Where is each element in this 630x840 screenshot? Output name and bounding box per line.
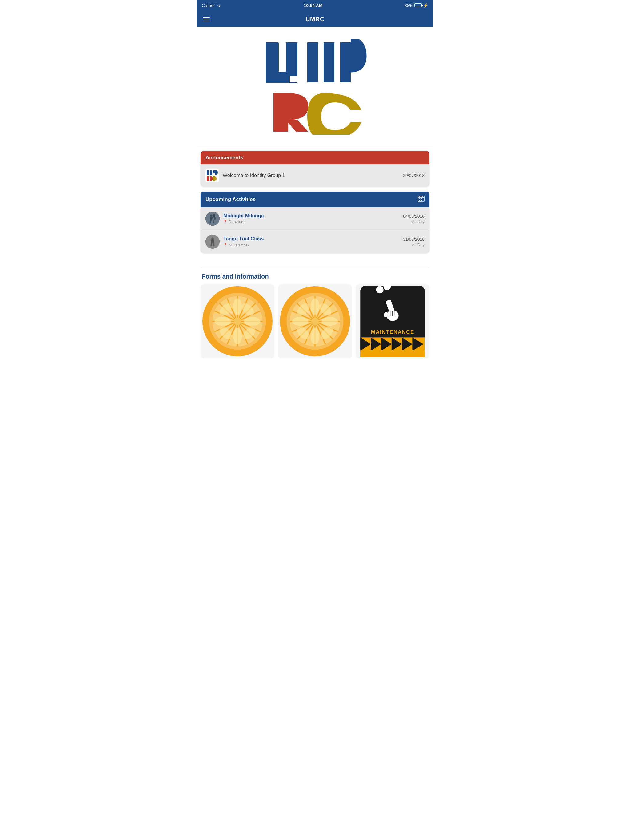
- announcement-left: Welcome to Identity Group 1: [206, 169, 285, 182]
- activity-left-2: Tango Trial Class 📍 Studio A&B: [206, 235, 264, 249]
- battery-icon: [414, 3, 422, 8]
- svg-rect-33: [421, 200, 422, 201]
- form-card-2[interactable]: [278, 284, 352, 358]
- announcement-item[interactable]: Welcome to Identity Group 1 29/07/2018: [201, 164, 429, 186]
- activity-title-1: Midnight Milonga: [223, 213, 264, 219]
- svg-point-38: [211, 238, 214, 240]
- activities-section: Upcoming Activities: [201, 191, 429, 253]
- activity-title-2: Tango Trial Class: [223, 236, 264, 242]
- form-card-1[interactable]: [201, 284, 274, 358]
- svg-rect-31: [421, 198, 422, 199]
- charging-icon: ⚡: [423, 3, 428, 8]
- svg-point-52: [233, 328, 242, 344]
- activity-item-2[interactable]: Tango Trial Class 📍 Studio A&B 31/08/201…: [201, 230, 429, 253]
- activity-time-2: All Day: [403, 242, 424, 247]
- status-left: Carrier: [202, 3, 222, 8]
- activities-header: Upcoming Activities: [201, 191, 429, 207]
- hamburger-menu[interactable]: [202, 16, 211, 22]
- svg-rect-23: [207, 176, 209, 181]
- location-pin-icon-2: 📍: [223, 243, 228, 247]
- svg-rect-15: [290, 76, 298, 82]
- activity-info-2: Tango Trial Class 📍 Studio A&B: [223, 236, 264, 247]
- activity-date-1: 04/08/2018: [403, 214, 424, 219]
- svg-point-74: [292, 317, 309, 326]
- svg-point-50: [233, 298, 242, 315]
- activity-date-col-2: 31/08/2018 All Day: [403, 237, 424, 247]
- svg-point-72: [322, 317, 338, 326]
- form-card-maintenance-image: MAINTENANCE: [356, 284, 429, 358]
- battery-percent: 88%: [405, 3, 413, 8]
- status-bar: Carrier 10:54 AM 88% ⚡: [197, 0, 433, 11]
- divider-forms: [201, 268, 429, 268]
- forms-grid: MAINTENANCE: [201, 284, 429, 358]
- activity-avatar-1: [206, 212, 220, 226]
- forms-section: Forms and Information: [197, 258, 433, 358]
- activity-date-col-1: 04/08/2018 All Day: [403, 214, 424, 224]
- svg-rect-24: [210, 170, 212, 175]
- divider-1: [197, 146, 433, 146]
- umrc-logo-v2: [263, 39, 367, 135]
- wifi-icon: [217, 3, 222, 8]
- svg-rect-30: [419, 198, 420, 199]
- svg-rect-21: [207, 170, 209, 175]
- svg-rect-25: [213, 170, 215, 173]
- forms-title: Forms and Information: [201, 273, 429, 280]
- activity-left-1: Midnight Milonga 📍 Danztage: [206, 212, 264, 226]
- svg-point-53: [215, 317, 231, 326]
- activity-avatar-2: [206, 235, 220, 249]
- carrier-label: Carrier: [202, 3, 215, 8]
- activity-info-1: Midnight Milonga 📍 Danztage: [223, 213, 264, 224]
- announcement-thumb: [206, 169, 219, 182]
- announcements-section: Annoucements Welcome to Identity Group 1…: [201, 151, 429, 186]
- svg-point-79: [311, 317, 319, 325]
- calendar-icon: [418, 195, 424, 204]
- activity-time-1: All Day: [403, 219, 424, 224]
- status-right: 88% ⚡: [405, 3, 428, 8]
- status-time: 10:54 AM: [304, 3, 322, 8]
- svg-point-35: [210, 215, 212, 217]
- activity-item-1[interactable]: Midnight Milonga 📍 Danztage 04/08/2018 A…: [201, 207, 429, 230]
- activity-location-text-2: Studio A&B: [229, 243, 249, 247]
- announcements-title: Annoucements: [206, 155, 243, 161]
- svg-rect-17: [324, 43, 334, 82]
- activities-title: Upcoming Activities: [206, 196, 256, 203]
- svg-point-58: [234, 317, 241, 325]
- app-title: UMRC: [306, 16, 324, 23]
- svg-rect-16: [307, 43, 318, 82]
- svg-point-73: [311, 328, 320, 344]
- logo-area-v2: [197, 27, 433, 141]
- activity-location-2: 📍 Studio A&B: [223, 243, 264, 247]
- location-pin-icon-1: 📍: [223, 220, 228, 224]
- svg-rect-32: [419, 200, 420, 201]
- announcement-text: Welcome to Identity Group 1: [223, 173, 285, 178]
- svg-rect-18: [340, 43, 351, 82]
- form-card-maintenance[interactable]: MAINTENANCE: [356, 284, 429, 358]
- form-card-image-1: [201, 284, 274, 358]
- svg-rect-20: [274, 93, 288, 132]
- announcements-header: Annoucements: [201, 151, 429, 164]
- activity-date-2: 31/08/2018: [403, 237, 424, 242]
- announcement-date: 29/07/2018: [403, 173, 424, 178]
- nav-bar: UMRC: [197, 11, 433, 27]
- svg-point-71: [311, 298, 320, 315]
- svg-text:MAINTENANCE: MAINTENANCE: [371, 329, 414, 335]
- svg-point-51: [244, 317, 261, 326]
- activity-location-1: 📍 Danztage: [223, 219, 264, 224]
- form-card-image-2: [278, 284, 352, 358]
- activity-location-text-1: Danztage: [229, 219, 246, 224]
